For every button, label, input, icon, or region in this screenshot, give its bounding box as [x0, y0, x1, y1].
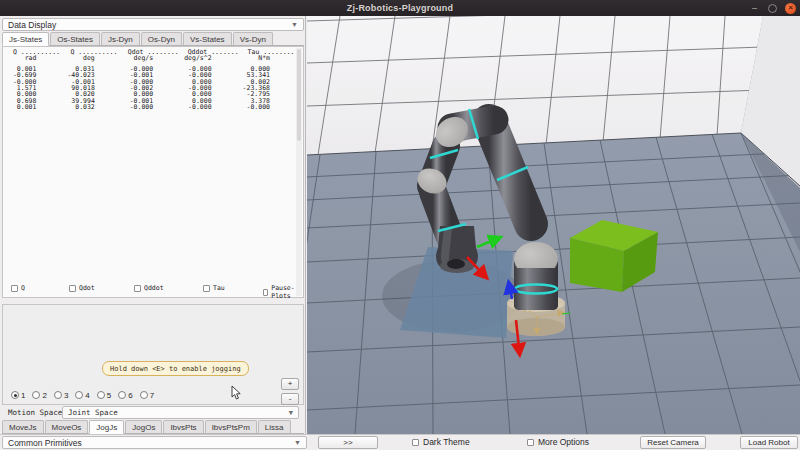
radio-label: 3 — [64, 391, 68, 400]
radio-icon[interactable] — [75, 391, 83, 399]
tab-ibvspts[interactable]: IbvsPts — [163, 420, 203, 433]
joint-radio-2[interactable]: 2 — [32, 391, 46, 400]
radio-icon[interactable] — [54, 391, 62, 399]
motion-space-label: Motion Space — [8, 408, 62, 417]
checkbox-qddot[interactable]: Qddot — [134, 284, 164, 292]
radio-label: 6 — [128, 391, 132, 400]
radio-icon[interactable] — [97, 391, 105, 399]
primitives-dropdown[interactable]: Common Primitives ▼ — [2, 436, 307, 449]
jog-hint-tooltip: Hold down <E> to enable jogging — [102, 361, 249, 376]
jog-plot-panel: Hold down <E> to enable jogging 1234567 … — [2, 304, 304, 405]
table-cell: -0.000 — [238, 104, 296, 110]
joint-radio-5[interactable]: 5 — [97, 391, 111, 400]
bottom-bar: Common Primitives ▼ >> Dark Theme More O… — [0, 434, 800, 450]
tab-ibvsptspm[interactable]: IbvsPtsPm — [205, 420, 257, 433]
load-robot-button[interactable]: Load Robot — [740, 436, 798, 449]
tab-os-states[interactable]: Os-States — [50, 32, 100, 45]
column-unit: rad — [4, 55, 62, 61]
window-title: Zj-Robotics-Playground — [347, 3, 453, 13]
data-display-dropdown[interactable]: Data Display ▼ — [2, 18, 304, 31]
dark-theme-label: Dark Theme — [423, 437, 470, 447]
expand-button[interactable]: >> — [318, 436, 378, 449]
back-wall — [307, 16, 763, 155]
joint-radio-1[interactable]: 1 — [11, 391, 25, 400]
checkbox-icon[interactable] — [527, 439, 534, 446]
joint-radio-4[interactable]: 4 — [75, 391, 89, 400]
dark-theme-checkbox[interactable]: Dark Theme — [412, 437, 470, 447]
tab-moveos[interactable]: MoveOs — [45, 420, 89, 433]
table-cell: 0.001 — [4, 104, 62, 110]
data-display-tabbar: Js-StatesOs-StatesJs-DynOs-DynVs-StatesV… — [2, 32, 304, 46]
table-cell: 0.032 — [62, 104, 120, 110]
mode-tabbar: MoveJsMoveOsJogJsJogOsIbvsPtsIbvsPtsPmLi… — [2, 420, 304, 434]
checkbox-label: Tau — [213, 284, 225, 292]
minimize-icon[interactable]: – — [749, 3, 760, 14]
radio-label: 4 — [85, 391, 89, 400]
chevron-down-icon: ▼ — [289, 409, 293, 417]
tab-js-dyn[interactable]: Js-Dyn — [101, 32, 140, 45]
checkbox-label: Qddot — [144, 284, 164, 292]
title-bar: Zj-Robotics-Playground – × — [0, 0, 800, 16]
tab-js-states[interactable]: Js-States — [2, 32, 49, 46]
table-cell: -0.000 — [121, 104, 179, 110]
checkbox-label: Pause-Plots — [271, 284, 299, 300]
window-controls: – × — [749, 0, 796, 16]
radio-icon[interactable] — [11, 391, 19, 399]
app-window: Zj-Robotics-Playground – × Data Display … — [0, 0, 800, 450]
tab-jogos[interactable]: JogOs — [125, 420, 162, 433]
radio-icon[interactable] — [118, 391, 126, 399]
reset-camera-button[interactable]: Reset Camera — [640, 436, 706, 449]
checkbox-label: Qdot — [79, 284, 95, 292]
plot-checkbox-row: QQdotQddotTauPause-Plots — [3, 282, 299, 294]
checkbox-icon[interactable] — [11, 285, 18, 292]
jog-minus-button[interactable]: - — [281, 393, 299, 405]
tab-lissa[interactable]: Lissa — [258, 420, 291, 433]
radio-label: 7 — [150, 391, 154, 400]
radio-label: 2 — [42, 391, 46, 400]
radio-label: 1 — [21, 391, 25, 400]
close-icon[interactable]: × — [785, 3, 796, 14]
checkbox-tau[interactable]: Tau — [203, 284, 225, 292]
joint-states-panel: Q ..........Q ..........Qdot ........Qdd… — [2, 46, 304, 298]
chevron-down-icon: ▼ — [291, 21, 298, 28]
primitives-value: Common Primitives — [8, 438, 82, 448]
table-scrollbar[interactable] — [296, 48, 302, 296]
joint-radio-3[interactable]: 3 — [54, 391, 68, 400]
jog-plus-button[interactable]: + — [281, 378, 299, 390]
checkbox-icon[interactable] — [412, 439, 419, 446]
joint-select-radios: 1234567 — [11, 389, 154, 401]
radio-icon[interactable] — [140, 391, 148, 399]
motion-space-row: Motion Space Joint Space ▼ — [0, 405, 306, 420]
radio-label: 5 — [107, 391, 111, 400]
chevron-down-icon: ▼ — [294, 439, 301, 446]
column-unit: deg/s^2 — [179, 55, 237, 61]
joint-states-table: Q ..........Q ..........Qdot ........Qdd… — [4, 49, 296, 111]
checkbox-q[interactable]: Q — [11, 284, 25, 292]
3d-viewport[interactable] — [307, 16, 800, 434]
scrollbar-thumb[interactable] — [297, 49, 301, 141]
motion-space-value: Joint Space — [68, 408, 118, 417]
checkbox-icon[interactable] — [203, 285, 210, 292]
checkbox-icon[interactable] — [134, 285, 141, 292]
checkbox-icon[interactable] — [263, 289, 268, 296]
tab-movejs[interactable]: MoveJs — [2, 420, 44, 433]
checkbox-icon[interactable] — [69, 285, 76, 292]
tab-jogjs[interactable]: JogJs — [89, 420, 124, 434]
checkbox-qdot[interactable]: Qdot — [69, 284, 95, 292]
radio-icon[interactable] — [32, 391, 40, 399]
end-effector — [436, 226, 478, 273]
data-display-label: Data Display — [8, 20, 56, 30]
motion-space-dropdown[interactable]: Joint Space ▼ — [62, 406, 299, 419]
joint-radio-7[interactable]: 7 — [140, 391, 154, 400]
table-row: 0.0010.032-0.000-0.000-0.000 — [4, 104, 296, 110]
checkbox-pause-plots[interactable]: Pause-Plots — [263, 284, 299, 300]
checkbox-label: Q — [21, 284, 25, 292]
tab-vs-states[interactable]: Vs-States — [183, 32, 232, 45]
column-unit: deg/s — [121, 55, 179, 61]
column-unit: N*m — [238, 55, 296, 61]
tab-os-dyn[interactable]: Os-Dyn — [141, 32, 182, 45]
more-options-checkbox[interactable]: More Options — [527, 437, 589, 447]
joint-radio-6[interactable]: 6 — [118, 391, 132, 400]
tab-vs-dyn[interactable]: Vs-Dyn — [233, 32, 273, 45]
maximize-icon[interactable] — [768, 4, 777, 13]
